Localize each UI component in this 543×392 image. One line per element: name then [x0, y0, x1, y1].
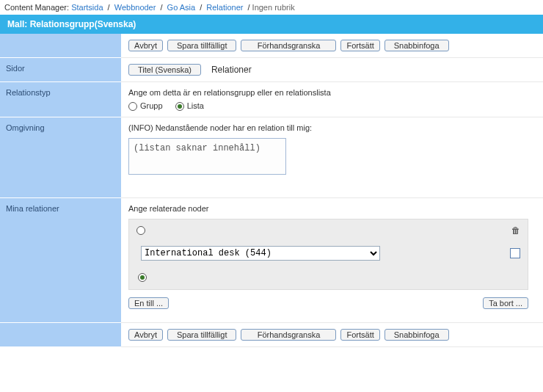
- breadcrumb-sep: /: [158, 3, 164, 12]
- radio-icon: [175, 102, 184, 111]
- breadcrumb-sep: /: [246, 3, 252, 12]
- button-row-bottom: Avbryt Spara tillfälligt Förhandsgranska…: [121, 323, 543, 347]
- breadcrumb-appname: Content Manager:: [4, 3, 69, 12]
- relations-box: 🗑 International desk (544): [128, 219, 528, 290]
- reltype-prompt: Ange om detta är en relationsgrupp eller…: [128, 88, 536, 97]
- tab-relations: Relationer: [211, 65, 252, 75]
- tab-title[interactable]: Titel (Svenska): [128, 64, 201, 76]
- breadcrumb-link-0[interactable]: Startsida: [71, 3, 103, 12]
- relation-row-radio-1[interactable]: [138, 273, 147, 282]
- save-temp-button[interactable]: Spara tillfälligt: [167, 329, 236, 341]
- main-layout: Avbryt Spara tillfälligt Förhandsgranska…: [0, 34, 543, 347]
- button-row-top: Avbryt Spara tillfälligt Förhandsgranska…: [121, 34, 543, 58]
- save-temp-button[interactable]: Spara tillfälligt: [167, 40, 236, 51]
- environment-listbox: (listan saknar innehåll): [128, 138, 286, 175]
- cancel-button[interactable]: Avbryt: [128, 329, 163, 341]
- reltype-list-label: Lista: [187, 101, 204, 110]
- label-pages: Sidor: [0, 58, 121, 82]
- relation-row-radio-0[interactable]: [136, 226, 145, 235]
- leftcol-blank-top: [0, 34, 121, 58]
- pages-tabs: Titel (Svenska) Relationer: [121, 58, 543, 82]
- reltype-section: Ange om detta är en relationsgrupp eller…: [121, 82, 543, 117]
- relation-checkbox[interactable]: [510, 248, 520, 258]
- cancel-button[interactable]: Avbryt: [128, 40, 163, 51]
- my-relations-prompt: Ange relaterade noder: [128, 204, 536, 213]
- remove-button[interactable]: Ta bort ...: [483, 297, 528, 309]
- environment-section: (INFO) Nedanstående noder har en relatio…: [121, 117, 543, 198]
- continue-button[interactable]: Fortsätt: [340, 329, 379, 341]
- one-more-button[interactable]: En till ...: [128, 297, 169, 309]
- breadcrumb-sep: /: [197, 3, 204, 12]
- page-title: Mall: Relationsgrupp(Svenska): [0, 15, 543, 34]
- breadcrumb: Content Manager: Startsida / Webbnoder /…: [0, 0, 543, 15]
- breadcrumb-current: Ingen rubrik: [252, 3, 295, 12]
- leftcol-blank-bottom: [0, 323, 121, 347]
- reltype-option-group[interactable]: Grupp: [128, 101, 165, 110]
- breadcrumb-sep: /: [106, 3, 112, 12]
- label-reltype: Relationstyp: [0, 82, 121, 117]
- breadcrumb-link-2[interactable]: Go Asia: [167, 3, 196, 12]
- continue-button[interactable]: Fortsätt: [340, 40, 379, 51]
- reltype-option-list[interactable]: Lista: [175, 101, 204, 110]
- label-environment: Omgivning: [0, 117, 121, 198]
- preview-button[interactable]: Förhandsgranska: [241, 40, 336, 51]
- breadcrumb-link-1[interactable]: Webbnoder: [114, 3, 156, 12]
- radio-icon: [128, 102, 137, 111]
- quick-insert-button[interactable]: Snabbinfoga: [385, 329, 449, 341]
- breadcrumb-link-3[interactable]: Relationer: [206, 3, 243, 12]
- my-relations-section: Ange relaterade noder 🗑 International de…: [121, 198, 543, 323]
- quick-insert-button[interactable]: Snabbinfoga: [385, 40, 449, 51]
- label-my-relations: Mina relationer: [0, 198, 121, 323]
- trash-icon[interactable]: 🗑: [511, 225, 520, 236]
- preview-button[interactable]: Förhandsgranska: [241, 329, 336, 341]
- reltype-group-label: Grupp: [140, 101, 163, 110]
- relation-select[interactable]: International desk (544): [141, 246, 380, 261]
- environment-info: (INFO) Nedanstående noder har en relatio…: [128, 123, 536, 132]
